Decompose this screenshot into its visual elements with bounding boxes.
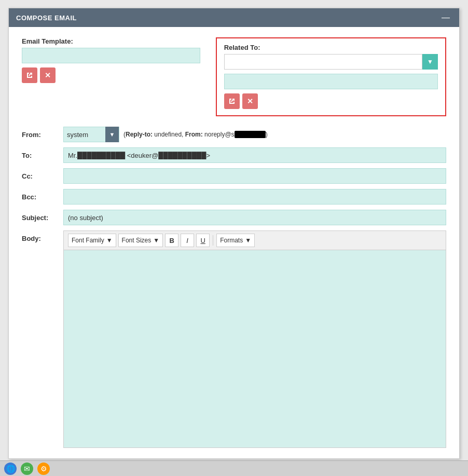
from-info-label: From: bbox=[185, 131, 203, 138]
font-family-arrow-icon: ▼ bbox=[106, 237, 113, 244]
cc-field bbox=[63, 168, 446, 184]
subject-input[interactable] bbox=[63, 210, 446, 225]
related-to-section: Related To: ▼ ✕ bbox=[216, 37, 446, 116]
related-link-button[interactable] bbox=[224, 93, 240, 109]
template-link-button[interactable] bbox=[22, 67, 37, 83]
cc-label: Cc: bbox=[22, 172, 63, 180]
dropdown-arrow-icon: ▼ bbox=[427, 58, 433, 65]
taskbar-icon-1[interactable]: 🌐 bbox=[4, 463, 17, 475]
bcc-label: Bcc: bbox=[22, 193, 63, 201]
from-email-value: noreply@s bbox=[204, 131, 266, 138]
related-btn-group: ✕ bbox=[224, 93, 438, 109]
from-field: system ▼ (Reply-to: undefined, From: nor… bbox=[63, 127, 446, 142]
related-clear-button[interactable]: ✕ bbox=[242, 93, 258, 109]
formats-arrow-icon: ▼ bbox=[245, 237, 251, 244]
compose-email-window: COMPOSE EMAIL — Email Template: ✕ bbox=[8, 8, 460, 459]
minimize-button[interactable]: — bbox=[439, 13, 452, 22]
formats-dropdown[interactable]: Formats ▼ bbox=[216, 234, 255, 247]
bcc-input[interactable] bbox=[63, 189, 446, 205]
from-arrow-icon: ▼ bbox=[109, 131, 115, 138]
email-template-section: Email Template: ✕ bbox=[22, 37, 200, 83]
subject-label: Subject: bbox=[22, 214, 63, 222]
toolbar-separator bbox=[213, 235, 213, 246]
underline-button[interactable]: U bbox=[196, 234, 210, 247]
related-to-text-input[interactable] bbox=[224, 74, 438, 89]
related-to-dropdown-row: ▼ bbox=[224, 54, 438, 70]
from-select[interactable]: system bbox=[64, 129, 105, 141]
font-family-dropdown[interactable]: Font Family ▼ bbox=[68, 234, 116, 247]
from-row: From: system ▼ (Reply-to: undefined, Fro… bbox=[22, 127, 446, 142]
top-section: Email Template: ✕ Related To: bbox=[22, 37, 446, 116]
related-to-label: Related To: bbox=[224, 44, 438, 51]
font-sizes-arrow-icon: ▼ bbox=[153, 237, 159, 244]
clear-icon: ✕ bbox=[45, 71, 51, 79]
bcc-field bbox=[63, 189, 446, 205]
italic-button[interactable]: I bbox=[181, 234, 194, 247]
taskbar-icon-3[interactable]: ⚙ bbox=[37, 463, 50, 475]
template-btn-group: ✕ bbox=[22, 67, 200, 83]
font-sizes-dropdown[interactable]: Font Sizes ▼ bbox=[118, 234, 163, 247]
subject-field bbox=[63, 210, 446, 225]
formats-label: Formats bbox=[220, 237, 243, 244]
font-family-label: Font Family bbox=[72, 237, 104, 244]
related-clear-icon: ✕ bbox=[247, 97, 253, 105]
email-redacted bbox=[235, 131, 266, 138]
related-to-dropdown-button[interactable]: ▼ bbox=[422, 54, 438, 70]
taskbar-icon-2[interactable]: ✉ bbox=[21, 463, 33, 475]
related-to-input[interactable] bbox=[224, 54, 422, 70]
reply-to-value: undefined bbox=[154, 131, 182, 138]
editor-toolbar: Font Family ▼ Font Sizes ▼ B I U Formats… bbox=[64, 231, 446, 250]
from-info: (Reply-to: undefined, From: noreply@s ) bbox=[123, 131, 268, 138]
from-label: From: bbox=[22, 131, 63, 139]
template-clear-button[interactable]: ✕ bbox=[40, 67, 56, 83]
related-link-icon bbox=[228, 98, 236, 105]
cc-input[interactable] bbox=[63, 168, 446, 184]
body-row: Body: Font Family ▼ Font Sizes ▼ B I U bbox=[22, 230, 446, 448]
body-editor: Font Family ▼ Font Sizes ▼ B I U Formats… bbox=[63, 230, 446, 448]
to-input[interactable] bbox=[63, 147, 446, 163]
to-row: To: bbox=[22, 147, 446, 163]
font-sizes-label: Font Sizes bbox=[122, 237, 152, 244]
from-select-wrapper: system ▼ bbox=[63, 127, 119, 142]
bcc-row: Bcc: bbox=[22, 189, 446, 205]
from-row-inner: system ▼ (Reply-to: undefined, From: nor… bbox=[63, 127, 446, 142]
body-label: Body: bbox=[22, 230, 63, 242]
taskbar: 🌐 ✉ ⚙ bbox=[0, 460, 468, 476]
from-dropdown-arrow[interactable]: ▼ bbox=[105, 127, 119, 142]
reply-to-label: Reply-to: bbox=[126, 131, 153, 138]
link-icon bbox=[26, 72, 33, 79]
window-body: Email Template: ✕ Related To: bbox=[9, 27, 459, 458]
subject-row: Subject: bbox=[22, 210, 446, 225]
window-title: COMPOSE EMAIL bbox=[16, 14, 77, 22]
cc-row: Cc: bbox=[22, 168, 446, 184]
email-template-input[interactable] bbox=[22, 48, 200, 63]
window-header: COMPOSE EMAIL — bbox=[9, 8, 459, 27]
to-field bbox=[63, 147, 446, 163]
bold-button[interactable]: B bbox=[165, 234, 178, 247]
email-template-label: Email Template: bbox=[22, 37, 200, 45]
to-label: To: bbox=[22, 152, 63, 159]
editor-content-area[interactable] bbox=[64, 250, 446, 447]
